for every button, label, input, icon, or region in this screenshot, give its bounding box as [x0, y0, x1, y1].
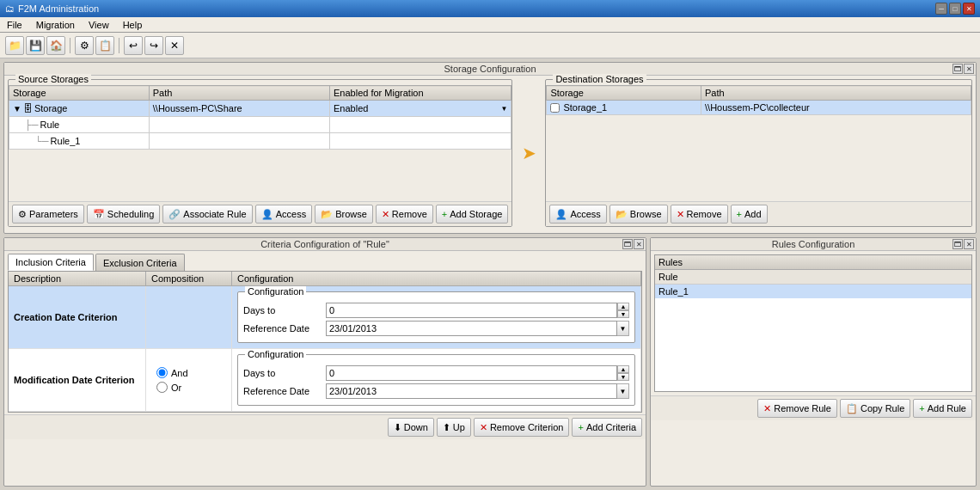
add-rule-button[interactable]: + Add Rule	[913, 399, 972, 418]
dest-remove-icon: ✕	[677, 209, 684, 220]
storage-config-restore[interactable]: 🗖	[952, 64, 963, 74]
table-row[interactable]: ├─ Rule	[9, 117, 511, 133]
remove-criterion-button[interactable]: ✕ Remove Criterion	[474, 418, 570, 437]
source-btn-bar: ⚙ Parameters 📅 Scheduling 🔗 Associate Ru…	[9, 201, 511, 226]
remove-criterion-icon: ✕	[480, 422, 487, 433]
add-criteria-button[interactable]: + Add Criteria	[572, 418, 642, 437]
up-icon: ⬆	[443, 422, 450, 433]
toolbar-open[interactable]: 📁	[5, 36, 24, 55]
ref-date-input1[interactable]	[326, 321, 617, 336]
minimize-button[interactable]: ─	[935, 3, 947, 15]
rules-close[interactable]: ✕	[964, 239, 974, 249]
days-to-down1[interactable]: ▼	[617, 310, 629, 318]
associate-icon: 🔗	[168, 209, 181, 220]
scheduling-button[interactable]: 📅 Scheduling	[87, 205, 160, 224]
remove-rule-button[interactable]: ✕ Remove Rule	[757, 399, 837, 418]
ref-date-row1: Reference Date ▼	[243, 321, 629, 336]
dest-col-path: Path	[701, 86, 971, 101]
radio-or-input[interactable]	[156, 382, 168, 393]
ref-date-label2: Reference Date	[243, 386, 321, 396]
up-button[interactable]: ⬆ Up	[437, 418, 471, 437]
table-row[interactable]: ▼ 🗄 Storage \\Houssem-PC\Share Enabled	[9, 101, 511, 117]
arrow-right-icon: ➤	[522, 143, 536, 163]
menu-bar: File Migration View Help	[0, 17, 980, 33]
criteria-btn-bar: ⬇ Down ⬆ Up ✕ Remove Criterion + Add Cri…	[4, 414, 646, 439]
ref-date-label1: Reference Date	[243, 323, 321, 334]
toolbar-copy[interactable]: 📋	[95, 36, 114, 55]
days-to-label2: Days to	[243, 368, 321, 378]
list-item[interactable]: Rule_1	[655, 285, 971, 298]
criteria-close[interactable]: ✕	[634, 239, 644, 249]
toolbar-save[interactable]: 💾	[26, 36, 45, 55]
access-button[interactable]: 👤 Access	[255, 205, 312, 224]
days-to-input1[interactable]	[326, 303, 617, 318]
toolbar-separator2	[119, 38, 119, 53]
browse-icon: 📂	[321, 209, 333, 220]
destination-storages-table: Storage Path Storage_1	[546, 85, 971, 115]
toolbar-home[interactable]: 🏠	[46, 36, 65, 55]
remove-rule-icon: ✕	[763, 403, 771, 414]
criteria-config-panel: Criteria Configuration of "Rule" 🗖 ✕ Inc…	[3, 237, 646, 487]
remove-button[interactable]: ✕ Remove	[376, 205, 433, 224]
dest-remove-button[interactable]: ✕ Remove	[671, 205, 728, 224]
table-row[interactable]: Storage_1 \\Houssem-PC\collecteur	[547, 101, 971, 115]
menu-migration[interactable]: Migration	[33, 17, 78, 32]
add-storage-button[interactable]: + Add Storage	[436, 205, 509, 224]
toolbar-forward[interactable]: ↪	[144, 36, 163, 55]
menu-file[interactable]: File	[3, 17, 26, 32]
rules-restore[interactable]: 🗖	[952, 239, 963, 249]
days-to-input2[interactable]	[326, 365, 617, 381]
copy-rule-button[interactable]: 📋 Copy Rule	[840, 399, 910, 418]
criteria-col-config: Configuration	[232, 272, 641, 285]
rules-list-container: Rules Rule Rule_1	[654, 254, 972, 392]
tab-exclusion[interactable]: Exclusion Criteria	[95, 254, 185, 271]
toolbar-cancel[interactable]: ✕	[165, 36, 184, 55]
composition-radios: And Or	[151, 364, 193, 396]
maximize-button[interactable]: □	[949, 3, 961, 15]
radio-and-input[interactable]	[156, 367, 168, 378]
tree-item-storage[interactable]: ▼ 🗄 Storage	[13, 102, 145, 114]
dest-add-button[interactable]: + Add	[731, 205, 768, 224]
rules-config-panel: Rules Configuration 🗖 ✕ Rules Rule Rule_…	[650, 237, 977, 487]
add-storage-icon: +	[442, 209, 447, 219]
ref-date-input2[interactable]	[326, 383, 617, 399]
toolbar-settings[interactable]: ⚙	[75, 36, 94, 55]
menu-help[interactable]: Help	[119, 17, 146, 32]
radio-and[interactable]: And	[156, 367, 188, 378]
dest-storage-checkbox[interactable]	[550, 103, 560, 113]
criteria-row-creation[interactable]: Creation Date Criterion Configuration Da…	[9, 286, 641, 349]
tree-item-rule[interactable]: ├─ Rule	[13, 119, 145, 131]
associate-rule-button[interactable]: 🔗 Associate Rule	[162, 205, 252, 224]
ref-date-dropdown-btn1[interactable]: ▼	[617, 321, 629, 336]
copy-rule-icon: 📋	[846, 403, 858, 414]
config-sub-title2: Configuration	[245, 349, 306, 359]
days-to-row2: Days to ▲ ▼	[243, 365, 629, 381]
storage-config-close[interactable]: ✕	[964, 64, 974, 74]
criteria-col-comp: Composition	[146, 272, 232, 285]
days-to-up1[interactable]: ▲	[617, 303, 629, 310]
parameters-button[interactable]: ⚙ Parameters	[12, 205, 84, 224]
source-storages-label: Source Storages	[15, 74, 91, 84]
creation-date-label: Creation Date Criterion	[9, 286, 146, 348]
toolbar-back[interactable]: ↩	[124, 36, 143, 55]
dest-browse-button[interactable]: 📂 Browse	[609, 205, 668, 224]
criteria-row-modification[interactable]: Modification Date Criterion And Or	[9, 349, 641, 412]
table-row[interactable]: └─ Rule_1	[9, 133, 511, 150]
tab-inclusion[interactable]: Inclusion Criteria	[8, 254, 94, 271]
modification-date-label: Modification Date Criterion	[9, 349, 146, 411]
days-to-spinner2: ▲ ▼	[326, 365, 629, 381]
destination-storages-group: Destination Storages Storage Path	[545, 79, 972, 227]
days-to-down2[interactable]: ▼	[617, 373, 629, 381]
radio-or[interactable]: Or	[156, 382, 181, 393]
ref-date-dropdown-btn2[interactable]: ▼	[617, 383, 629, 399]
dest-access-button[interactable]: 👤 Access	[549, 205, 606, 224]
down-button[interactable]: ⬇ Down	[388, 418, 434, 437]
close-button[interactable]: ✕	[963, 3, 975, 15]
browse-button[interactable]: 📂 Browse	[315, 205, 373, 224]
dest-add-icon: +	[737, 209, 742, 219]
source-col-storage: Storage	[9, 86, 150, 101]
menu-view[interactable]: View	[85, 17, 113, 32]
days-to-up2[interactable]: ▲	[617, 365, 629, 373]
tree-item-rule1[interactable]: └─ Rule_1	[13, 135, 145, 147]
criteria-restore[interactable]: 🗖	[622, 239, 633, 249]
